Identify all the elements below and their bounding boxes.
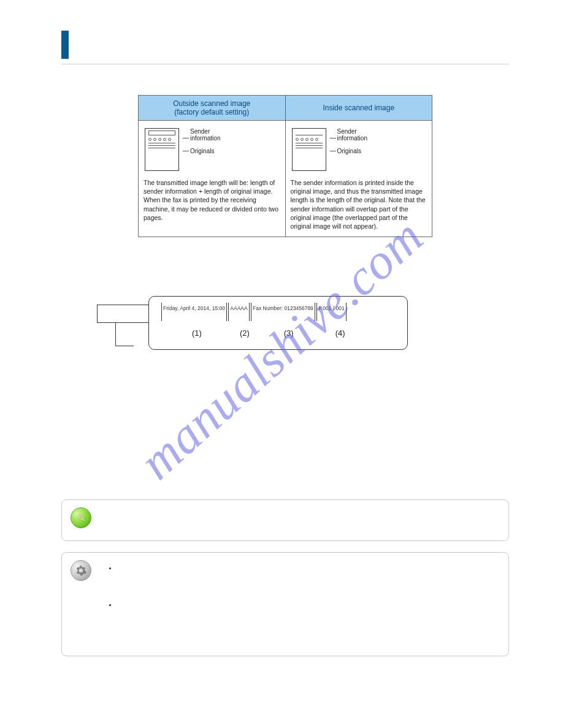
fax-name-segment: AAAAA [228, 305, 249, 311]
col2-header: Inside scanned image [285, 96, 432, 121]
settings-note-box [61, 552, 509, 656]
gear-icon-svg [75, 564, 87, 577]
fax-header-strip-illustration: Friday, April 4, 2014, 15:00 AAAAA Fax N… [97, 292, 422, 360]
mini-page-icon [292, 128, 326, 171]
label-originals: Originals [190, 148, 214, 154]
col1-header: Outside scanned image (factory default s… [139, 96, 286, 121]
fax-page-segment: P.001 / 001 [316, 305, 346, 311]
legend-3: (3) [284, 328, 294, 338]
header-accent-bar [61, 31, 69, 59]
scanned-image-comparison-table: Outside scanned image (factory default s… [138, 95, 432, 237]
col1-description: The transmitted image length will be: le… [144, 178, 280, 222]
col2-cell: Sender information Originals The sender … [285, 121, 432, 237]
fax-number-segment: Fax Number: 0123456789 [251, 305, 315, 311]
tip-note-box: ✎ [61, 499, 509, 541]
fax-date-segment: Friday, April 4, 2014, 15:00 [161, 305, 227, 311]
inside-image-illustration: Sender information Originals [292, 128, 427, 171]
mini-page-icon [145, 128, 179, 171]
legend-1: (1) [192, 328, 202, 338]
label-sender-info: Sender information [190, 128, 233, 142]
tip-icon: ✎ [71, 507, 91, 528]
label-originals: Originals [337, 148, 361, 154]
col1-cell: Sender information Originals The transmi… [139, 121, 286, 237]
col2-description: The sender information is printed inside… [291, 178, 427, 230]
legend-2: (2) [240, 328, 250, 338]
legend-4: (4) [335, 328, 345, 338]
gear-icon [71, 560, 91, 581]
label-sender-info: Sender information [337, 128, 380, 142]
header-rule [61, 64, 509, 64]
outside-image-illustration: Sender information Originals [145, 128, 280, 171]
